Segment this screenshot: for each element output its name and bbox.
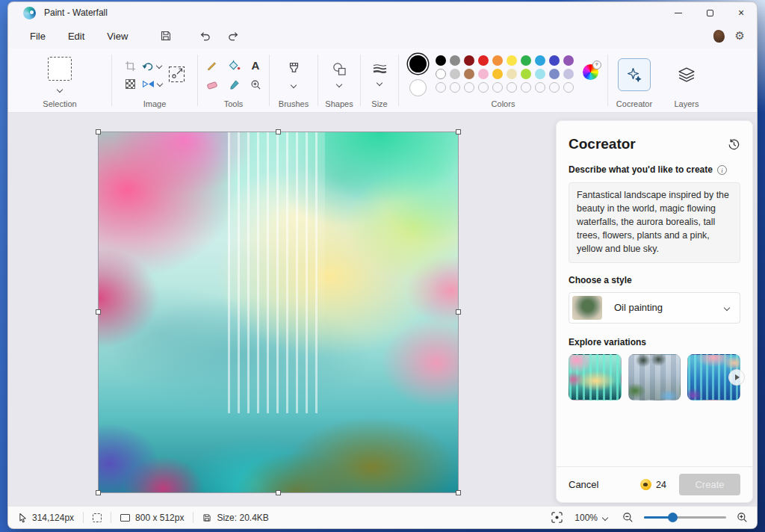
color-swatch[interactable] xyxy=(535,82,545,93)
menu-edit[interactable]: Edit xyxy=(57,27,96,46)
text-tool[interactable]: A xyxy=(250,59,261,72)
color-swatch[interactable] xyxy=(507,69,517,79)
redo-button[interactable] xyxy=(221,26,245,46)
history-button[interactable] xyxy=(728,138,740,151)
color-swatch[interactable] xyxy=(549,55,560,66)
color-swatch[interactable] xyxy=(436,55,446,66)
cancel-button[interactable]: Cancel xyxy=(569,479,598,490)
variation-thumbnail-2[interactable] xyxy=(628,354,681,400)
color-swatch[interactable] xyxy=(464,55,474,66)
color-swatch[interactable] xyxy=(478,82,489,93)
image-group-label: Image xyxy=(112,99,197,108)
transparent-selection-button[interactable] xyxy=(125,79,136,89)
canvas-selection[interactable] xyxy=(99,132,458,492)
size-button[interactable] xyxy=(373,64,387,85)
variations-next-button[interactable] xyxy=(728,369,745,386)
zoom-level-value: 100% xyxy=(574,513,598,523)
color-swatch[interactable] xyxy=(507,55,517,66)
user-avatar[interactable] xyxy=(713,30,725,43)
chevron-down-icon[interactable] xyxy=(156,81,162,87)
color-swatch[interactable] xyxy=(492,82,503,93)
foreground-color-swatch[interactable] xyxy=(409,55,427,72)
color-swatch[interactable] xyxy=(549,69,560,79)
zoom-out-button[interactable] xyxy=(622,512,634,523)
create-button[interactable]: Create xyxy=(679,474,740,495)
color-swatch[interactable] xyxy=(492,69,503,79)
edit-colors-wheel-icon[interactable] xyxy=(583,64,598,80)
color-swatch[interactable] xyxy=(464,69,474,79)
colors-group: Colors xyxy=(399,49,607,112)
resize-handle[interactable] xyxy=(96,309,101,315)
background-color-swatch[interactable] xyxy=(409,79,427,96)
cursor-pointer-icon xyxy=(19,513,27,523)
cocreator-panel: Cocreator Describe what you'd like to cr… xyxy=(556,120,753,503)
variation-thumbnail-1[interactable] xyxy=(569,354,622,400)
rotate-button[interactable] xyxy=(142,61,162,71)
color-picker-tool[interactable] xyxy=(228,79,241,90)
color-swatch[interactable] xyxy=(478,69,489,79)
resize-handle[interactable] xyxy=(456,490,461,495)
close-button[interactable]: × xyxy=(725,2,757,23)
brushes-button[interactable] xyxy=(288,62,300,87)
shapes-button[interactable] xyxy=(332,62,347,87)
resize-handle[interactable] xyxy=(276,490,281,495)
color-swatch[interactable] xyxy=(549,82,560,93)
resize-handle[interactable] xyxy=(456,309,461,315)
color-swatch[interactable] xyxy=(436,69,446,79)
resize-handle[interactable] xyxy=(96,129,101,134)
crop-button[interactable] xyxy=(125,61,136,72)
zoom-slider-handle[interactable] xyxy=(668,513,678,522)
resize-handle[interactable] xyxy=(456,129,461,134)
fill-tool[interactable] xyxy=(228,59,241,72)
maximize-button[interactable] xyxy=(694,2,725,23)
color-swatch[interactable] xyxy=(563,82,574,93)
color-swatch[interactable] xyxy=(535,55,545,66)
layers-button[interactable] xyxy=(678,67,695,82)
magnifier-tool[interactable] xyxy=(250,79,261,90)
color-swatch[interactable] xyxy=(450,55,460,66)
color-swatch[interactable] xyxy=(563,69,574,79)
chevron-down-icon[interactable] xyxy=(57,87,63,93)
color-swatch[interactable] xyxy=(436,82,446,93)
zoom-level-dropdown[interactable]: 100% xyxy=(574,513,607,523)
menu-view[interactable]: View xyxy=(96,27,139,46)
minimize-button[interactable] xyxy=(663,2,694,23)
zoom-in-button[interactable] xyxy=(737,512,748,523)
color-swatch[interactable] xyxy=(450,69,460,79)
settings-gear-icon[interactable]: ⚙ xyxy=(735,29,745,43)
fit-to-screen-button[interactable] xyxy=(551,512,563,523)
color-swatch[interactable] xyxy=(535,69,545,79)
pencil-tool[interactable] xyxy=(206,59,218,72)
paint-app-icon xyxy=(23,7,36,19)
resize-handle[interactable] xyxy=(276,129,281,134)
resize-handle[interactable] xyxy=(96,490,101,495)
color-swatch[interactable] xyxy=(521,55,531,66)
chevron-down-icon[interactable] xyxy=(336,81,342,87)
resize-image-button[interactable] xyxy=(168,66,185,83)
chevron-down-icon[interactable] xyxy=(291,81,297,87)
color-swatch[interactable] xyxy=(478,55,489,66)
color-swatch[interactable] xyxy=(563,55,574,66)
menubar: File Edit View ⚙ xyxy=(8,23,757,49)
chevron-down-icon[interactable] xyxy=(155,63,161,69)
color-swatch[interactable] xyxy=(450,82,460,93)
canvas-image[interactable] xyxy=(99,132,458,492)
color-swatch[interactable] xyxy=(492,55,503,66)
variations-row xyxy=(569,354,740,400)
zoom-slider[interactable] xyxy=(644,516,726,519)
color-swatch[interactable] xyxy=(507,82,517,93)
eraser-tool[interactable] xyxy=(206,79,218,90)
color-swatch[interactable] xyxy=(521,69,531,79)
chevron-down-icon[interactable] xyxy=(377,80,382,86)
style-dropdown[interactable]: Oil painting xyxy=(569,292,740,324)
flip-button[interactable] xyxy=(142,79,162,89)
menu-file[interactable]: File xyxy=(19,27,57,46)
save-button[interactable] xyxy=(154,26,178,46)
color-swatch[interactable] xyxy=(521,82,531,93)
info-icon[interactable]: i xyxy=(717,165,727,175)
cocreator-button[interactable] xyxy=(618,58,651,91)
selection-tool[interactable] xyxy=(48,57,72,92)
undo-button[interactable] xyxy=(193,26,217,46)
prompt-textarea[interactable]: Fantastical landscape inspired by the be… xyxy=(569,182,740,263)
color-swatch[interactable] xyxy=(464,82,474,93)
